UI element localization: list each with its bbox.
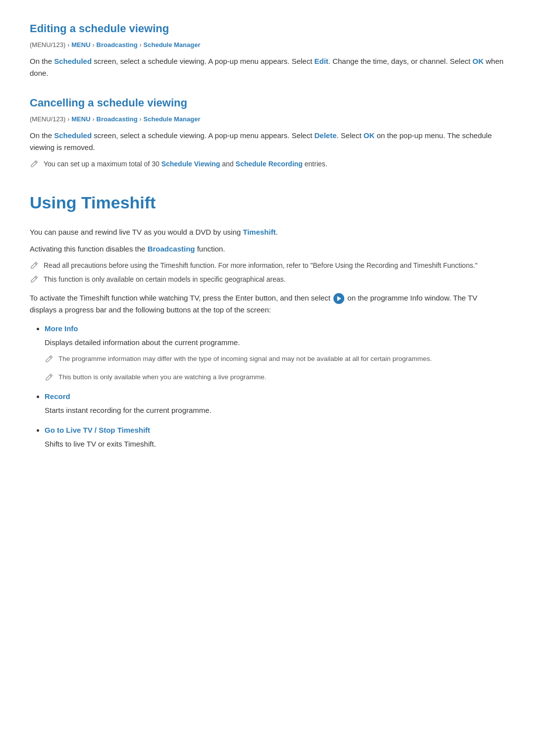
- record-title[interactable]: Record: [45, 392, 70, 401]
- timeshift-intro2: Activating this function disables the Br…: [30, 243, 505, 255]
- breadcrumb-broadcasting-1[interactable]: Broadcasting: [97, 40, 138, 50]
- breadcrumb-broadcasting-2[interactable]: Broadcasting: [97, 114, 138, 125]
- timeshift-activation: To activate the Timeshift function while…: [30, 292, 505, 316]
- cancelling-note-text: You can set up a maximum total of 30 Sch…: [44, 158, 327, 169]
- more-info-note-2-text: This button is only available when you a…: [58, 372, 266, 383]
- editing-heading: Editing a schedule viewing: [30, 20, 505, 37]
- more-info-note-2: This button is only available when you a…: [45, 372, 505, 383]
- cancelling-heading: Cancelling a schedule viewing: [30, 94, 505, 111]
- pencil-icon-5: [45, 373, 54, 382]
- bullet-record: Record Starts instant recording for the …: [45, 391, 505, 416]
- pencil-icon-3: [30, 275, 39, 284]
- breadcrumb-schedule-manager-2[interactable]: Schedule Manager: [144, 114, 201, 125]
- pencil-icon-1: [30, 159, 39, 168]
- timeshift-note-1-text: Read all precautions before using the Ti…: [44, 260, 478, 271]
- broadcasting-link[interactable]: Broadcasting: [148, 245, 195, 253]
- timeshift-intro1: You can pause and rewind live TV as you …: [30, 226, 505, 238]
- delete-link[interactable]: Delete: [315, 131, 337, 140]
- breadcrumb-schedule-manager-1[interactable]: Schedule Manager: [144, 40, 201, 50]
- timeshift-bullets: More Info Displays detailed information …: [30, 323, 505, 450]
- breadcrumb-menu-2[interactable]: MENU: [71, 114, 90, 125]
- more-info-desc: Displays detailed information about the …: [45, 337, 505, 349]
- go-to-live-title[interactable]: Go to Live TV / Stop Timeshift: [45, 426, 150, 434]
- breadcrumb-menu-num: (MENU/123): [30, 40, 65, 50]
- breadcrumb-menu-num-2: (MENU/123): [30, 114, 65, 125]
- timeshift-section: Using Timeshift You can pause and rewind…: [30, 189, 505, 450]
- more-info-sub-notes: The programme information may differ wit…: [45, 353, 505, 383]
- timeshift-button-icon: [333, 293, 344, 304]
- more-info-note-1: The programme information may differ wit…: [45, 353, 505, 364]
- edit-link[interactable]: Edit: [315, 57, 328, 65]
- go-to-live-desc: Shifts to live TV or exits Timeshift.: [45, 438, 505, 450]
- pencil-icon-4: [45, 354, 54, 363]
- scheduled-link-2[interactable]: Scheduled: [54, 131, 92, 140]
- bullet-go-to-live: Go to Live TV / Stop Timeshift Shifts to…: [45, 424, 505, 450]
- breadcrumb-menu[interactable]: MENU: [71, 40, 90, 50]
- ok-link-2[interactable]: OK: [364, 131, 375, 140]
- cancelling-breadcrumb: (MENU/123) › MENU › Broadcasting › Sched…: [30, 114, 505, 125]
- chevron-icon-2: ›: [93, 41, 95, 50]
- timeshift-note-2: This function is only available on certa…: [30, 274, 505, 285]
- chevron-icon-3: ›: [140, 41, 142, 50]
- pencil-icon-2: [30, 261, 39, 270]
- timeshift-note-1: Read all precautions before using the Ti…: [30, 260, 505, 271]
- timeshift-note-2-text: This function is only available on certa…: [44, 274, 286, 285]
- editing-breadcrumb: (MENU/123) › MENU › Broadcasting › Sched…: [30, 40, 505, 50]
- cancelling-body: On the Scheduled screen, select a schedu…: [30, 130, 505, 153]
- chevron-icon-5: ›: [93, 115, 95, 124]
- editing-section: Editing a schedule viewing (MENU/123) › …: [30, 20, 505, 79]
- editing-body: On the Scheduled screen, select a schedu…: [30, 55, 505, 79]
- ok-link-1[interactable]: OK: [473, 57, 484, 65]
- chevron-icon-1: ›: [67, 41, 69, 50]
- chevron-icon-4: ›: [67, 115, 69, 124]
- scheduled-link-1[interactable]: Scheduled: [54, 57, 92, 65]
- cancelling-notes: You can set up a maximum total of 30 Sch…: [30, 158, 505, 169]
- timeshift-heading: Using Timeshift: [30, 189, 505, 216]
- bullet-more-info: More Info Displays detailed information …: [45, 323, 505, 383]
- cancelling-section: Cancelling a schedule viewing (MENU/123)…: [30, 94, 505, 169]
- timeshift-link[interactable]: Timeshift: [243, 228, 275, 236]
- schedule-viewing-link[interactable]: Schedule Viewing: [161, 160, 220, 168]
- record-desc: Starts instant recording for the current…: [45, 404, 505, 416]
- timeshift-notes: Read all precautions before using the Ti…: [30, 260, 505, 285]
- more-info-title[interactable]: More Info: [45, 324, 78, 333]
- cancelling-note-item: You can set up a maximum total of 30 Sch…: [30, 158, 505, 169]
- more-info-note-1-text: The programme information may differ wit…: [58, 353, 432, 364]
- chevron-icon-6: ›: [140, 115, 142, 124]
- schedule-recording-link[interactable]: Schedule Recording: [236, 160, 303, 168]
